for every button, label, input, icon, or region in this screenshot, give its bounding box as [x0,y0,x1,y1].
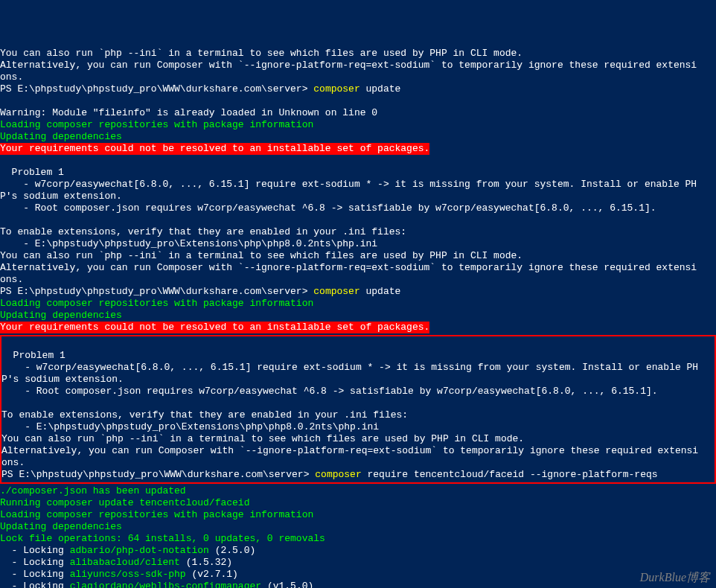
terminal-line: ons. [0,71,716,83]
terminal-line: You can also run `php --ini` in a termin… [0,250,716,262]
terminal-line: - Root composer.json requires w7corp/eas… [0,202,716,214]
terminal-line: Running composer update tencentcloud/fac… [0,497,716,509]
terminal-line: PS E:\phpstudy\phpstudy_pro\WWW\durkshar… [0,83,716,95]
terminal-line: P's sodium extension. [0,191,716,202]
terminal-line: Loading composer repositories with packa… [0,298,716,310]
terminal-line: - w7corp/easywechat[6.8.0, ..., 6.15.1] … [1,362,715,374]
terminal-line: Problem 1 [0,167,716,179]
terminal-line: You can also run `php --ini` in a termin… [0,48,716,60]
terminal-line: - w7corp/easywechat[6.8.0, ..., 6.15.1] … [0,179,716,191]
terminal-line: Updating dependencies [0,521,716,533]
terminal-line: ./composer.json has been updated [0,485,716,497]
terminal-line [0,95,716,107]
terminal-line: Updating dependencies [0,310,716,322]
terminal-line: - Root composer.json requires w7corp/eas… [1,386,715,397]
terminal-line: Your requirements could not be resolved … [0,143,716,155]
terminal-line [1,397,715,409]
terminal-line: P's sodium extension. [1,374,715,386]
terminal-line: - Locking adbario/php-dot-notation (2.5.… [0,545,716,557]
terminal-output: You can also run `php --ini` in a termin… [0,48,716,588]
terminal-line: Alternatively, you can run Composer with… [0,60,716,71]
terminal-line: Updating dependencies [0,131,716,143]
terminal-line: - E:\phpstudy\phpstudy_pro\Extensions\ph… [1,421,715,433]
terminal-line: - E:\phpstudy\phpstudy_pro\Extensions\ph… [0,238,716,250]
terminal-line: ons. [0,274,716,286]
watermark-text: DurkBlue博客 [640,572,710,584]
terminal-line [1,338,715,350]
terminal-line [0,155,716,167]
terminal-line: ons. [1,457,715,469]
terminal-line: Problem 1 [1,350,715,362]
terminal-line [0,214,716,226]
terminal-line: - Locking clagiordano/weblibs-configmana… [0,581,716,588]
terminal-line: Your requirements could not be resolved … [0,322,716,333]
terminal-line: Alternatively, you can run Composer with… [0,262,716,274]
terminal-line: PS E:\phpstudy\phpstudy_pro\WWW\durkshar… [1,469,715,481]
terminal-line: Loading composer repositories with packa… [0,119,716,131]
highlighted-error-box: Problem 1 - w7corp/easywechat[6.8.0, ...… [0,335,716,484]
terminal-line: Alternatively, you can run Composer with… [1,445,715,457]
terminal-line: To enable extensions, verify that they a… [1,409,715,421]
terminal-line: To enable extensions, verify that they a… [0,226,716,238]
terminal-line: Lock file operations: 64 installs, 0 upd… [0,533,716,545]
terminal-line: Warning: Module "fileinfo" is already lo… [0,107,716,119]
terminal-line: - Locking alibabacloud/client (1.5.32) [0,557,716,569]
terminal-line: PS E:\phpstudy\phpstudy_pro\WWW\durkshar… [0,286,716,298]
terminal-line: Loading composer repositories with packa… [0,509,716,521]
terminal-line: - Locking aliyuncs/oss-sdk-php (v2.7.1) [0,569,716,581]
terminal-line: You can also run `php --ini` in a termin… [1,433,715,445]
